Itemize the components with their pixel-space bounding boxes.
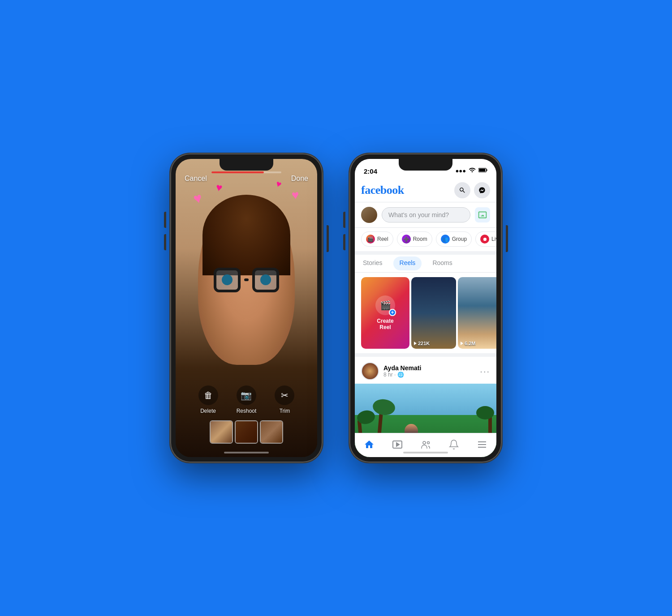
battery-icon	[478, 167, 487, 175]
trim-label: Trim	[280, 408, 290, 414]
post-composer: What's on your mind?	[355, 202, 496, 228]
notch	[220, 159, 273, 171]
nav-notifications[interactable]	[443, 436, 465, 453]
post-username: Ayda Nemati	[383, 364, 421, 372]
left-pupil	[222, 274, 233, 285]
room-button[interactable]: ➕ Room	[397, 231, 432, 247]
post-input[interactable]: What's on your mind?	[382, 207, 470, 222]
reel-item-2[interactable]: 6.2M	[458, 277, 496, 349]
create-reel-label: CreateReel	[377, 318, 393, 330]
post-header: Ayda Nemati 8 hr · 🌐 ···	[355, 357, 496, 384]
phone-1: ♥ ♥ ♥ ♥ Cancel Done 🗑	[170, 154, 323, 462]
nav-friends[interactable]	[414, 436, 437, 453]
wifi-icon	[469, 167, 476, 175]
create-reel-item[interactable]: 🎬 + CreateReel	[361, 277, 409, 349]
live-button[interactable]: ⏺ Live	[475, 231, 496, 247]
face-skin	[198, 195, 295, 365]
search-button[interactable]	[454, 182, 470, 198]
reel-icon: 🎬	[366, 235, 375, 244]
thumbnail-1[interactable]	[210, 420, 233, 444]
hair	[202, 195, 290, 275]
nav-home[interactable]	[358, 436, 380, 453]
reels-grid: 🎬 + CreateReel 221K	[355, 277, 496, 353]
play-icon-1	[414, 342, 417, 345]
delete-label: Delete	[200, 408, 216, 414]
live-label: Live	[491, 236, 496, 242]
live-icon: ⏺	[480, 235, 489, 244]
phones-container: ♥ ♥ ♥ ♥ Cancel Done 🗑	[152, 136, 520, 480]
delete-control[interactable]: 🗑 Delete	[198, 385, 218, 414]
svg-point-5	[423, 441, 426, 444]
header-icons	[454, 182, 490, 198]
trim-icon: ✂	[275, 385, 294, 405]
camera-screen: ♥ ♥ ♥ ♥ Cancel Done 🗑	[176, 159, 317, 457]
reel-button[interactable]: 🎬 Reel	[361, 231, 393, 247]
notch-2	[399, 159, 452, 171]
reshoot-label: Reshoot	[237, 408, 257, 414]
progress-fill	[211, 171, 264, 173]
messenger-button[interactable]	[474, 182, 490, 198]
status-time: 2:04	[364, 167, 377, 175]
reshoot-control[interactable]: 📷 Reshoot	[237, 385, 257, 414]
power-button	[327, 225, 329, 252]
tab-rooms[interactable]: Rooms	[431, 255, 454, 272]
right-lens	[252, 268, 279, 292]
reel-views-2: 6.2M	[461, 341, 475, 346]
edit-controls: 🗑 Delete 📷 Reshoot ✂ Trim	[176, 385, 317, 414]
phone-2-screen: 2:04 ●●● facebook	[355, 159, 496, 457]
reshoot-icon: 📷	[237, 385, 256, 405]
reel-item-1[interactable]: 221K	[411, 277, 456, 349]
composer-avatar	[361, 207, 377, 223]
heart-decoration-3: ♥	[291, 188, 300, 202]
power-button-2	[506, 225, 508, 252]
group-icon: 👥	[441, 235, 450, 244]
home-indicator	[224, 452, 269, 453]
thumbnail-2[interactable]	[235, 420, 258, 444]
reels-section: 🎬 + CreateReel 221K	[355, 273, 496, 357]
room-icon: ➕	[402, 235, 411, 244]
post-more-button[interactable]: ···	[480, 366, 490, 376]
thumbnail-image-3	[261, 421, 282, 443]
facebook-logo: facebook	[361, 184, 404, 197]
home-indicator-2	[403, 452, 448, 453]
signal-icon: ●●●	[455, 167, 466, 174]
post-placeholder: What's on your mind?	[388, 211, 449, 218]
cancel-button[interactable]: Cancel	[185, 175, 207, 183]
right-pupil	[260, 274, 271, 285]
phone-2: 2:04 ●●● facebook	[349, 154, 502, 462]
trim-control[interactable]: ✂ Trim	[275, 385, 294, 414]
facebook-header: facebook	[355, 179, 496, 202]
tab-stories[interactable]: Stories	[361, 255, 384, 272]
media-button[interactable]	[475, 207, 490, 222]
tab-reels[interactable]: Reels	[393, 257, 422, 270]
svg-rect-1	[487, 169, 487, 171]
camera-top-bar: Cancel Done	[176, 175, 317, 183]
post-user-info: Ayda Nemati 8 hr · 🌐	[383, 364, 421, 378]
delete-icon: 🗑	[198, 385, 218, 405]
volume-down-button	[164, 234, 166, 250]
post-user: Ayda Nemati 8 hr · 🌐	[361, 362, 421, 380]
phone-1-screen: ♥ ♥ ♥ ♥ Cancel Done 🗑	[176, 159, 317, 457]
thumbnail-3[interactable]	[260, 420, 283, 444]
nav-menu[interactable]	[471, 436, 493, 453]
thumbnail-image-1	[211, 421, 232, 443]
post-meta: 8 hr · 🌐	[383, 372, 421, 378]
reel-views-1: 221K	[414, 341, 430, 346]
done-button[interactable]: Done	[291, 175, 308, 183]
volume-up-button-2	[343, 212, 345, 228]
camera-bottom-controls: 🗑 Delete 📷 Reshoot ✂ Trim	[176, 385, 317, 444]
thumbnail-image-2	[236, 421, 257, 443]
room-label: Room	[413, 236, 427, 242]
status-icons: ●●●	[455, 167, 487, 175]
plus-icon: +	[389, 309, 396, 316]
create-reel-icon: 🎬 +	[375, 295, 395, 315]
progress-bar	[211, 171, 281, 173]
thumbnail-strip	[176, 420, 317, 444]
volume-down-button-2	[343, 234, 345, 250]
facebook-screen: 2:04 ●●● facebook	[355, 159, 496, 457]
action-buttons-row: 🎬 Reel ➕ Room 👥 Group ⏺ Live	[355, 228, 496, 255]
reel-label: Reel	[377, 236, 388, 242]
group-label: Group	[452, 236, 467, 242]
nav-watch[interactable]	[386, 436, 409, 453]
group-button[interactable]: 👥 Group	[436, 231, 472, 247]
